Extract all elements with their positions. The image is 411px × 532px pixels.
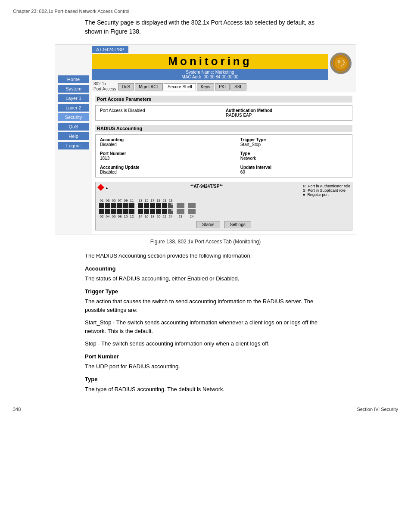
svg-point-6 <box>341 65 342 66</box>
tab-group-label: 802.1x Port Access <box>93 81 116 92</box>
trigger-type-value: Start_Stop <box>240 142 348 147</box>
tab-pki[interactable]: PKI <box>215 83 230 90</box>
section-start-stop: Start_Stop - The switch sends accounting… <box>85 318 326 335</box>
tab-keys[interactable]: Keys <box>197 83 214 90</box>
update-interval-label: Update Interval <box>240 165 348 170</box>
svg-point-5 <box>343 63 344 65</box>
section-accounting: Accounting The status of RADIUS accounti… <box>85 264 326 283</box>
nav-layer2[interactable]: Layer 2 <box>58 104 89 112</box>
intro-text: The Security page is displayed with the … <box>85 18 326 36</box>
tabs-row: 802.1x Port Access DoS Mgmt ACL Secure S… <box>92 80 356 92</box>
auth-method-label: Authentication Method <box>226 108 348 113</box>
radius-table: Accounting Disabled Trigger Type Start_S… <box>95 134 352 177</box>
port-number-value: 1813 <box>100 156 233 161</box>
page-number: 348 <box>13 407 21 412</box>
left-nav: Home System Layer 1 Layer 2 Security QoS… <box>55 44 92 234</box>
radius-section-title: RADIUS Accounting <box>95 125 352 132</box>
port-buttons-row: Status Settings <box>97 221 350 228</box>
svg-point-3 <box>343 60 344 61</box>
model-tab: AT-9424T/SP <box>92 46 128 53</box>
accounting-label: Accounting <box>100 137 233 142</box>
port-access-table: Port Access is Disabled Authentication M… <box>95 105 352 121</box>
nav-system[interactable]: System <box>58 85 89 93</box>
trigger-type-label: Trigger Type <box>240 137 348 142</box>
monitoring-title: Monitoring <box>92 54 328 69</box>
section-type: Type The type of RADIUS accounting. The … <box>85 375 326 394</box>
tab-ssl[interactable]: SSL <box>230 83 246 90</box>
section-stop: Stop - The switch sends accounting infor… <box>85 339 326 348</box>
nav-help[interactable]: Help <box>58 132 89 140</box>
port-visualization: ▲ **AT-9424T/SP** R Port in Authenticato… <box>95 182 352 230</box>
tab-mgmt-acl[interactable]: Mgmt ACL <box>135 83 163 90</box>
settings-button[interactable]: Settings <box>224 221 251 228</box>
type-label: Type <box>240 151 348 156</box>
nav-logout[interactable]: Logout <box>58 142 89 149</box>
update-interval-value: 60 <box>240 170 348 174</box>
nav-qos[interactable]: QoS <box>58 123 89 131</box>
nav-layer1[interactable]: Layer 1 <box>58 94 89 102</box>
accounting-update-label: Accounting Update <box>100 165 233 170</box>
figure-box: Home System Layer 1 Layer 2 Security QoS… <box>55 44 356 234</box>
nav-home[interactable]: Home <box>58 75 89 83</box>
svg-point-2 <box>338 60 340 63</box>
svg-marker-7 <box>97 184 104 191</box>
port-legend: R Port in Authenticator role S Port in S… <box>303 184 350 197</box>
chapter-header: Chapter 23: 802.1x Port-based Network Ac… <box>13 9 398 14</box>
tab-dos[interactable]: DoS <box>118 83 134 90</box>
figure-caption: Figure 138. 802.1x Port Access Tab (Moni… <box>13 239 398 245</box>
section-trigger-type: Trigger Type The action that causes the … <box>85 287 326 314</box>
port-access-disabled: Port Access is Disabled <box>100 108 145 113</box>
section-port-number: Port Number The UDP port for RADIUS acco… <box>85 352 326 371</box>
radius-intro: The RADIUS Accounting section provides t… <box>85 252 326 260</box>
status-button[interactable]: Status <box>196 221 220 228</box>
svg-point-1 <box>335 57 347 69</box>
svg-point-4 <box>344 62 345 63</box>
section-label: Section IV: Security <box>357 407 398 412</box>
tab-secure-shell[interactable]: Secure Shell <box>164 83 196 90</box>
port-number-label: Port Number <box>100 151 233 156</box>
auth-method-value: RADIUS EAP <box>226 113 348 118</box>
accounting-update-value: Disabled <box>100 170 233 174</box>
nav-security[interactable]: Security <box>58 113 89 121</box>
accounting-value: Disabled <box>100 142 233 147</box>
port-access-section-title: Port Access Parameters <box>95 96 352 103</box>
device-logo <box>330 53 352 74</box>
page-footer: 348 Section IV: Security <box>13 407 398 412</box>
system-info-bar: System Name: Marketing MAC Addr: 00:30:8… <box>92 69 328 80</box>
svg-text:▲: ▲ <box>105 186 109 190</box>
type-value: Network <box>240 156 348 161</box>
port-model-label: **AT-9424T/SP** <box>190 184 223 189</box>
